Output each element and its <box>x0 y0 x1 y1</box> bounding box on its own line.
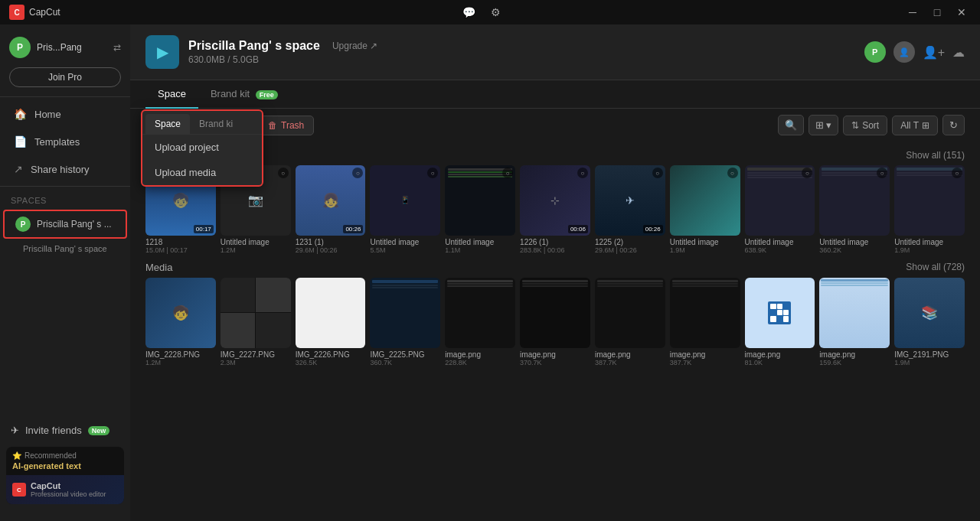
sidebar: P Pris...Pang ⇄ Join Pro 🏠 Home 📄 Templa… <box>0 24 130 521</box>
dropdown-tab-space[interactable]: Space <box>145 114 190 134</box>
tab-brand-kit[interactable]: Brand kit Free <box>198 80 290 109</box>
media-name-10: IMG_2191.PNG <box>894 350 965 359</box>
project-item-9[interactable]: ○ Untitled image 360.2K <box>819 165 890 254</box>
switch-account-icon[interactable]: ⇄ <box>113 42 121 53</box>
sidebar-item-share-history[interactable]: ↗ Share history <box>3 156 127 182</box>
project-thumb-5: ⊹ ○ 00:06 <box>520 165 590 236</box>
project-item-4[interactable]: ○ Untitled image 1.1M <box>445 165 515 254</box>
filter-button[interactable]: All T ⊞ <box>892 116 938 135</box>
sidebar-item-home[interactable]: 🏠 Home <box>3 101 127 127</box>
media-item-8[interactable]: image.png 81.0K <box>745 278 815 366</box>
sidebar-item-spaces[interactable]: P Priscilla Pang' s ... <box>3 210 127 239</box>
minimize-button[interactable]: ─ <box>903 5 922 19</box>
settings-icon[interactable]: ⚙ <box>491 6 501 18</box>
header-avatar-p: P <box>864 41 886 63</box>
media-item-9[interactable]: image.png 159.6K <box>819 278 890 366</box>
media-name-5: image.png <box>520 350 590 359</box>
project-meta-3: 5.5M <box>370 246 440 254</box>
sidebar-item-templates[interactable]: 📄 Templates <box>3 129 127 155</box>
home-icon: 🏠 <box>14 108 27 120</box>
project-item-3[interactable]: 📱 ○ Untitled image 5.5M <box>370 165 440 254</box>
media-thumb-4 <box>445 278 515 348</box>
media-item-3[interactable]: IMG_2225.PNG 360.7K <box>370 278 440 366</box>
media-meta-2: 326.5K <box>296 359 366 366</box>
spaces-sub-item[interactable]: Priscilla Pang' s space <box>0 240 130 257</box>
media-item-5[interactable]: image.png 370.7K <box>520 278 590 366</box>
media-thumb-3 <box>370 278 440 348</box>
project-item-7[interactable]: ○ Untitled image 1.9M <box>670 165 740 254</box>
title-bar-left: C CapCut <box>9 5 60 20</box>
upload-cloud-icon[interactable]: ☁ <box>952 45 965 60</box>
space-header-right: P 👤 👤+ ☁ <box>864 41 965 63</box>
dropdown-tab-brand-kit[interactable]: Brand ki <box>190 114 242 134</box>
content-area: ▶ Priscilla Pang' s space Upgrade ↗ 630.… <box>130 24 980 521</box>
media-name-3: IMG_2225.PNG <box>370 350 440 359</box>
media-thumb-2 <box>296 278 366 348</box>
project-meta-8: 638.9K <box>745 246 815 254</box>
project-check-4: ○ <box>502 168 513 178</box>
upload-media-item[interactable]: Upload media <box>142 160 262 185</box>
upgrade-link[interactable]: Upgrade ↗ <box>332 41 377 51</box>
content-scroll[interactable]: Projects Show all (151) 🧒 ○ 00:17 <box>130 142 980 521</box>
refresh-button[interactable]: ↻ <box>942 115 965 135</box>
templates-icon: 📄 <box>14 135 27 148</box>
media-item-10[interactable]: 📚 IMG_2191.PNG 1.9M <box>894 278 965 366</box>
sort-button[interactable]: ⇅ Sort <box>843 116 887 135</box>
media-meta-8: 81.0K <box>745 359 815 366</box>
media-thumb-5 <box>520 278 590 348</box>
project-item-2[interactable]: 👧 ○ 00:26 1231 (1) 29.6M | 00:26 <box>296 165 366 254</box>
project-item-10[interactable]: ○ Untitled image 1.9M <box>894 165 965 254</box>
project-item-6[interactable]: ✈ ○ 00:26 1225 (2) 29.6M | 00:26 <box>595 165 665 254</box>
project-name-5: 1226 (1) <box>520 238 590 246</box>
media-thumb-10: 📚 <box>894 278 965 348</box>
media-item-0[interactable]: 🧒 IMG_2228.PNG 1.2M <box>145 278 216 366</box>
show-all-media-link[interactable]: Show all (728) <box>906 262 965 272</box>
project-item-5[interactable]: ⊹ ○ 00:06 1226 (1) 283.8K | 00:06 <box>520 165 590 254</box>
project-meta-1: 1.2M <box>220 246 291 254</box>
media-name-8: image.png <box>745 350 815 359</box>
sidebar-user-section[interactable]: P Pris...Pang ⇄ <box>0 31 130 64</box>
media-section-title: Media <box>145 262 172 273</box>
show-all-projects-link[interactable]: Show all (151) <box>906 150 965 161</box>
upload-project-item[interactable]: Upload project <box>142 135 262 160</box>
media-item-4[interactable]: image.png 228.8K <box>445 278 515 366</box>
sidebar-templates-label: Templates <box>34 136 80 148</box>
project-meta-9: 360.2K <box>819 246 890 254</box>
project-check-1: ○ <box>278 168 289 178</box>
project-check-6: ○ <box>652 168 663 178</box>
capcut-banner-title: CapCut <box>31 481 106 490</box>
search-button[interactable]: 🔍 <box>778 115 804 135</box>
capcut-banner[interactable]: C CapCut Professional video editor <box>6 475 124 504</box>
project-thumb-10: ○ <box>894 165 965 236</box>
add-member-icon[interactable]: 👤+ <box>923 45 945 60</box>
project-meta-4: 1.1M <box>445 246 515 254</box>
chat-icon[interactable]: 💬 <box>462 6 475 18</box>
media-item-1[interactable]: IMG_2227.PNG 2.3M <box>220 278 291 366</box>
app-name-label: CapCut <box>29 7 60 18</box>
title-bar: C CapCut 💬 ⚙ ─ □ ✕ <box>0 0 980 24</box>
project-item-8[interactable]: ○ Untitled image 638.9K <box>745 165 815 254</box>
space-title-label: Priscilla Pang' s space <box>188 39 320 53</box>
media-item-2[interactable]: IMG_2226.PNG 326.5K <box>296 278 366 366</box>
project-name-6: 1225 (2) <box>595 238 665 246</box>
trash-button[interactable]: 🗑 Trash <box>258 116 314 135</box>
projects-section-header: Projects Show all (151) <box>145 142 965 165</box>
sidebar-username-label: Pris...Pang <box>37 42 107 53</box>
join-pro-button[interactable]: Join Pro <box>9 67 121 87</box>
grid-view-button[interactable]: ⊞ ▾ <box>808 115 839 135</box>
sidebar-item-invite[interactable]: ✈ Invite friends New <box>0 418 130 442</box>
spaces-item-label: Priscilla Pang' s ... <box>37 219 112 230</box>
media-item-6[interactable]: image.png 387.7K <box>595 278 665 366</box>
project-thumb-4: ○ <box>445 165 515 236</box>
project-check-7: ○ <box>727 168 738 178</box>
maximize-button[interactable]: □ <box>928 5 946 19</box>
recommended-card: ⭐ Recommended AI-generated text C CapCut… <box>6 447 124 504</box>
media-item-7[interactable]: image.png 387.7K <box>670 278 740 366</box>
media-name-7: image.png <box>670 350 740 359</box>
tabs-bar: Space Brand kit Free Space Brand ki Uplo… <box>130 80 980 109</box>
project-name-2: 1231 (1) <box>296 238 366 246</box>
close-button[interactable]: ✕ <box>952 5 971 19</box>
title-bar-middle: 💬 ⚙ <box>462 6 501 18</box>
tab-space[interactable]: Space <box>145 80 198 109</box>
media-thumb-0: 🧒 <box>145 278 216 348</box>
